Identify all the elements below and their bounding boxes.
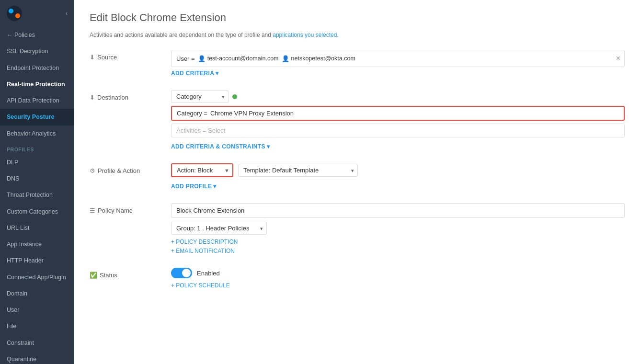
user-icon-1: 👤: [198, 55, 206, 62]
destination-row: Category: [171, 90, 625, 103]
sidebar-item-behavior-analytics[interactable]: Behavior Analytics: [0, 125, 74, 142]
template-select[interactable]: Template: Default Template: [238, 164, 358, 177]
add-criteria-constraints-chevron-icon: ▾: [267, 143, 270, 150]
info-bar-link[interactable]: applications you selected.: [273, 32, 338, 38]
source-content: User = 👤 test-account@domain.com 👤 netsk…: [171, 50, 625, 77]
profile-action-content: Action: Block ▼ Template: Default Templa…: [171, 163, 625, 190]
action-chevron-icon: ▼: [224, 168, 229, 173]
source-section: ⬇ Source User = 👤 test-account@domain.co…: [90, 50, 625, 77]
status-icon: ✅: [90, 272, 97, 279]
sidebar-item-url-list[interactable]: URL List: [0, 220, 74, 236]
logo-dot-2: [15, 13, 20, 18]
sidebar-item-custom-categories[interactable]: Custom Categories: [0, 204, 74, 220]
sidebar-item-app-instance[interactable]: App Instance: [0, 236, 74, 252]
status-row: Enabled: [171, 268, 625, 278]
source-close-button[interactable]: ×: [616, 55, 620, 62]
category-input-row: Category = Chrome VPN Proxy Extension: [171, 106, 625, 121]
back-arrow-icon: ←: [7, 32, 13, 38]
sidebar-item-http-header[interactable]: HTTP Header: [0, 252, 74, 269]
sidebar-item-realtime-protection[interactable]: Real-time Protection: [0, 76, 74, 92]
group-select[interactable]: Group: 1 . Header Policies: [171, 222, 267, 235]
policy-name-section: ☰ Policy Name Group: 1 . Header Policies…: [90, 203, 625, 254]
policy-name-icon: ☰: [90, 207, 95, 214]
status-label: ✅ Status: [90, 268, 171, 279]
logo-dot-1: [9, 9, 13, 13]
category-equals-label: Category =: [177, 110, 207, 117]
sidebar-item-file[interactable]: File: [0, 318, 74, 334]
profile-action-icon: ⚙: [90, 167, 95, 174]
status-toggle[interactable]: [171, 268, 192, 278]
category-select-wrapper: Category: [171, 90, 229, 103]
info-bar: Activities and actions available are dep…: [90, 32, 625, 38]
group-row: Group: 1 . Header Policies: [171, 222, 625, 235]
sidebar-item-user[interactable]: User: [0, 302, 74, 318]
activities-row[interactable]: Activities = Select: [171, 124, 625, 137]
source-tag-2: 👤 netskopetest@okta.com: [282, 55, 355, 62]
add-criteria-chevron-icon: ▾: [216, 70, 218, 77]
destination-section: ⬇ Destination Category Category = Chrome…: [90, 90, 625, 150]
user-icon-2: 👤: [282, 55, 289, 62]
sidebar-item-domain[interactable]: Domain: [0, 285, 74, 302]
policy-name-content: Group: 1 . Header Policies + POLICY DESC…: [171, 203, 625, 254]
policy-name-label: ☰ Policy Name: [90, 203, 171, 214]
main-content: Edit Block Chrome Extension Activities a…: [74, 0, 640, 364]
action-select-box[interactable]: Action: Block ▼: [171, 163, 233, 177]
sidebar-item-connected-app-plugin[interactable]: Connected App/Plugin: [0, 269, 74, 285]
sidebar-logo: ‹: [0, 0, 74, 27]
template-select-wrapper: Template: Default Template: [238, 164, 358, 177]
add-criteria-button[interactable]: ADD CRITERIA ▾: [171, 70, 219, 77]
profile-action-label: ⚙ Profile & Action: [90, 163, 171, 174]
source-label: ⬇ Source: [90, 50, 171, 61]
group-select-wrapper: Group: 1 . Header Policies: [171, 222, 267, 235]
source-icon: ⬇: [90, 54, 95, 61]
policy-description-link[interactable]: + POLICY DESCRIPTION: [171, 239, 625, 245]
sidebar-item-dns[interactable]: DNS: [0, 171, 74, 187]
app-logo: [7, 6, 22, 21]
sidebar-item-constraint[interactable]: Constraint: [0, 335, 74, 351]
toggle-slider: [171, 268, 192, 278]
status-section: ✅ Status Enabled + POLICY SCHEDULE: [90, 268, 625, 289]
status-enabled-text: Enabled: [197, 270, 220, 277]
category-select[interactable]: Category: [171, 90, 229, 103]
policy-schedule-link[interactable]: + POLICY SCHEDULE: [171, 282, 625, 289]
page-title: Edit Block Chrome Extension: [90, 11, 625, 24]
status-content: Enabled + POLICY SCHEDULE: [171, 268, 625, 289]
sidebar-item-security-posture[interactable]: Security Posture: [0, 109, 74, 125]
sidebar-item-ssl-decryption[interactable]: SSL Decryption: [0, 43, 74, 59]
green-dot-indicator: [232, 94, 237, 99]
user-equals-label: User =: [176, 55, 195, 62]
profiles-section-label: PROFILES: [0, 142, 74, 154]
sidebar-item-api-data-protection[interactable]: API Data Protection: [0, 92, 74, 109]
sidebar-collapse-icon[interactable]: ‹: [66, 10, 68, 17]
action-select-wrapper: Action: Block ▼: [171, 163, 233, 177]
add-profile-button[interactable]: ADD PROFILE ▾: [171, 183, 217, 190]
email-notification-link[interactable]: + EMAIL NOTIFICATION: [171, 248, 625, 254]
add-criteria-constraints-button[interactable]: ADD CRITERIA & CONSTRAINTS ▾: [171, 143, 270, 150]
sidebar-item-dlp[interactable]: DLP: [0, 154, 74, 171]
sidebar-back-policies[interactable]: ← Policies: [0, 27, 74, 43]
destination-label: ⬇ Destination: [90, 90, 171, 101]
sidebar: ‹ ← Policies SSL Decryption Endpoint Pro…: [0, 0, 74, 364]
destination-content: Category Category = Chrome VPN Proxy Ext…: [171, 90, 625, 150]
add-profile-chevron-icon: ▾: [213, 183, 216, 190]
sidebar-item-threat-protection[interactable]: Threat Protection: [0, 187, 74, 203]
source-box: User = 👤 test-account@domain.com 👤 netsk…: [171, 50, 625, 67]
action-row: Action: Block ▼ Template: Default Templa…: [171, 163, 625, 177]
sidebar-item-quarantine[interactable]: Quarantine: [0, 351, 74, 364]
profile-action-section: ⚙ Profile & Action Action: Block ▼ Templ…: [90, 163, 625, 190]
source-tag-1: 👤 test-account@domain.com: [198, 55, 279, 62]
category-value: Chrome VPN Proxy Extension: [210, 110, 294, 117]
destination-icon: ⬇: [90, 94, 95, 101]
policy-name-input[interactable]: [171, 203, 625, 218]
sidebar-item-endpoint-protection[interactable]: Endpoint Protection: [0, 60, 74, 76]
